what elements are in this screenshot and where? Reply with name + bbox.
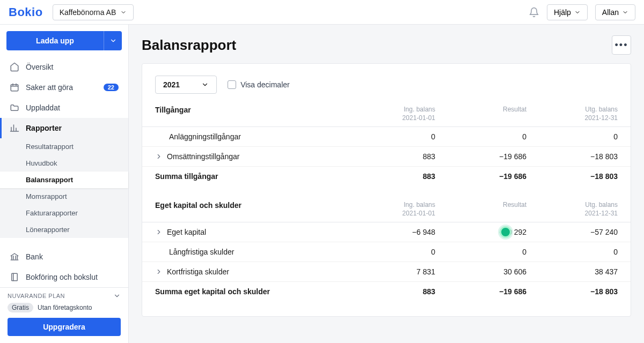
sidebar-sub-balance[interactable]: Balansrapport — [0, 172, 128, 188]
more-menu-button[interactable]: ••• — [612, 35, 631, 55]
cell-open: 7 831 — [344, 267, 435, 276]
report-card: 2021 Visa decimaler Tillgångar Ing. bala… — [142, 63, 631, 317]
chevron-right-icon — [155, 268, 163, 275]
cell-open: 0 — [344, 132, 435, 141]
main-content: Balansrapport ••• 2021 Visa decimaler Ti… — [129, 25, 644, 343]
help-label: Hjälp — [554, 8, 571, 17]
section-title: Eget kapital och skulder — [155, 201, 344, 218]
sidebar-item-label: Rapporter — [26, 124, 62, 132]
cell-open: −6 948 — [344, 228, 435, 236]
upgrade-button[interactable]: Uppgradera — [8, 318, 121, 336]
row-label: Omsättningstillgångar — [167, 152, 239, 161]
decimals-checkbox[interactable]: Visa decimaler — [228, 80, 290, 89]
year-selector[interactable]: 2021 — [155, 76, 217, 94]
chevron-down-icon — [201, 81, 209, 88]
cell-close: −57 240 — [526, 228, 618, 236]
page-title: Balansrapport — [142, 37, 236, 54]
col-closing: Utg. balans2021-12-31 — [526, 201, 618, 218]
section-header-assets: Tillgångar Ing. balans2021-01-01 Resulta… — [142, 106, 631, 127]
cell-open: 883 — [344, 172, 435, 181]
chevron-right-icon — [155, 228, 163, 236]
row-label: Anläggningstillgångar — [155, 132, 241, 141]
sidebar: Ladda upp Översikt Saker att göra 22 Upp… — [0, 25, 129, 343]
chevron-down-icon — [574, 9, 581, 16]
cell-open: 883 — [344, 152, 435, 161]
sidebar-item-bookkeeping[interactable]: Bokföring och bokslut — [0, 267, 128, 287]
user-menu-button[interactable]: Allan — [595, 4, 635, 20]
cell-result: 0 — [435, 132, 526, 141]
plan-heading: NUVARANDE PLAN — [8, 293, 65, 299]
checkbox-icon — [228, 80, 236, 89]
sidebar-item-reports[interactable]: Rapporter — [0, 118, 128, 138]
sidebar-item-bank[interactable]: Bank — [0, 247, 128, 267]
sidebar-item-label: Översikt — [26, 63, 53, 71]
cell-result: −50 292 — [435, 228, 526, 236]
reports-submenu: Resultatrapport Huvudbok Balansrapport M… — [0, 138, 128, 238]
svg-rect-1 — [12, 273, 18, 281]
row-label: Summa tillgångar — [155, 172, 218, 181]
upload-button[interactable]: Ladda upp — [6, 31, 104, 50]
sidebar-sub-vat[interactable]: Momsrapport — [0, 188, 128, 205]
col-result: Resultat — [435, 106, 526, 122]
book-icon — [10, 272, 19, 282]
cell-close: 0 — [526, 132, 618, 141]
sidebar-item-overview[interactable]: Översikt — [0, 57, 128, 77]
company-selector[interactable]: Kaffebönorna AB — [53, 4, 134, 20]
col-closing: Utg. balans2021-12-31 — [526, 106, 618, 122]
chevron-down-icon[interactable] — [113, 292, 121, 300]
table-row[interactable]: Omsättningstillgångar 883 −19 686 −18 80… — [142, 147, 631, 167]
table-row[interactable]: Långfristiga skulder 0 0 0 — [142, 242, 631, 262]
sidebar-sub-ledger[interactable]: Huvudbok — [0, 155, 128, 172]
col-opening: Ing. balans2021-01-01 — [344, 201, 435, 218]
cell-close: 38 437 — [526, 267, 618, 276]
sidebar-sub-salary[interactable]: Lönerapporter — [0, 221, 128, 238]
sidebar-item-label: Bank — [26, 252, 43, 261]
decimals-label: Visa decimaler — [240, 80, 290, 89]
row-label: Eget kapital — [167, 228, 206, 236]
sidebar-item-uploaded[interactable]: Uppladdat — [0, 98, 128, 118]
sidebar-item-label: Saker att göra — [26, 83, 73, 92]
company-name: Kaffebönorna AB — [60, 8, 116, 17]
col-opening: Ing. balans2021-01-01 — [344, 106, 435, 122]
table-row[interactable]: Kortfristiga skulder 7 831 30 606 38 437 — [142, 262, 631, 282]
bell-icon[interactable] — [529, 7, 539, 18]
cell-close: −18 803 — [526, 172, 618, 181]
plan-box: NUVARANDE PLAN Gratis Utan företagskonto… — [0, 287, 128, 343]
calendar-icon — [10, 83, 19, 92]
app-header: Bokio Kaffebönorna AB Hjälp Allan — [0, 0, 644, 25]
chevron-down-icon — [109, 37, 117, 44]
table-row[interactable]: Eget kapital −6 948 −50 292 −57 240 — [142, 222, 631, 242]
table-row[interactable]: Anläggningstillgångar 0 0 0 — [142, 127, 631, 147]
chevron-down-icon — [120, 9, 127, 16]
user-name: Allan — [602, 8, 619, 17]
cell-open: 0 — [344, 248, 435, 256]
plan-pill: Gratis — [8, 303, 33, 312]
chevron-down-icon — [622, 9, 628, 16]
sidebar-sub-result[interactable]: Resultatrapport — [0, 138, 128, 155]
sidebar-sub-invoice[interactable]: Fakturarapporter — [0, 205, 128, 221]
year-value: 2021 — [163, 80, 180, 89]
section-title: Tillgångar — [155, 106, 344, 122]
table-row-sum: Summa tillgångar 883 −19 686 −18 803 — [142, 167, 631, 186]
sidebar-item-todo[interactable]: Saker att göra 22 — [0, 77, 128, 98]
help-button[interactable]: Hjälp — [547, 4, 588, 20]
cell-result: −19 686 — [435, 172, 526, 181]
folder-icon — [10, 103, 19, 113]
plan-note: Utan företagskonto — [38, 304, 92, 311]
cell-close: −18 803 — [526, 152, 618, 161]
bank-icon — [10, 252, 19, 262]
cell-close: 0 — [526, 248, 618, 256]
logo: Bokio — [9, 5, 43, 19]
cell-result: 0 — [435, 248, 526, 256]
table-row-sum: Summa eget kapital och skulder 883 −19 6… — [142, 282, 631, 301]
upload-chevron-button[interactable] — [104, 31, 122, 50]
row-label: Kortfristiga skulder — [167, 267, 229, 276]
chart-icon — [10, 123, 19, 133]
sidebar-item-label: Uppladdat — [26, 103, 60, 112]
cell-result: −19 686 — [435, 152, 526, 161]
cell-result: 30 606 — [435, 267, 526, 276]
home-icon — [10, 62, 19, 72]
todo-badge: 22 — [104, 84, 119, 91]
cell-open: 883 — [344, 287, 435, 296]
section-header-liabilities: Eget kapital och skulder Ing. balans2021… — [142, 201, 631, 222]
